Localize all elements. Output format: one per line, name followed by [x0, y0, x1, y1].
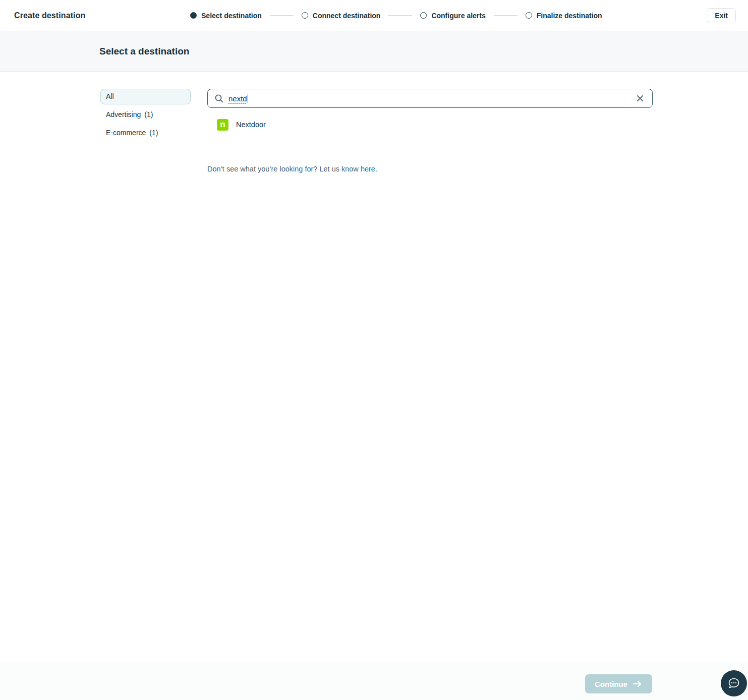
filter-label: All — [106, 92, 114, 101]
stepper: Select destination Connect destination C… — [190, 12, 602, 20]
step-indicator-active-icon — [190, 12, 197, 19]
step-select-destination: Select destination — [190, 12, 262, 20]
step-connector — [270, 15, 294, 16]
search-icon — [214, 94, 224, 103]
page-title: Create destination — [14, 11, 85, 20]
chat-widget-button[interactable] — [721, 670, 747, 696]
step-label: Finalize destination — [537, 12, 602, 20]
destination-name: Nextdoor — [236, 121, 266, 129]
missing-destination-text: Don’t see what you’re looking for? Let u… — [207, 165, 361, 173]
step-label: Configure alerts — [431, 12, 485, 20]
filter-item-ecommerce[interactable]: E-commerce (1) — [100, 125, 191, 141]
step-indicator-icon — [302, 12, 308, 19]
continue-label: Continue — [595, 680, 627, 688]
step-finalize-destination: Finalize destination — [526, 12, 602, 20]
subheader-title: Select a destination — [99, 46, 189, 57]
destination-results-panel: nextd n Nextdoor Don’t see what you’re l… — [207, 89, 653, 173]
step-connector — [494, 15, 517, 16]
filter-item-all[interactable]: All — [100, 89, 191, 104]
exit-button[interactable]: Exit — [707, 8, 736, 23]
step-label: Select destination — [201, 12, 262, 20]
wizard-footer: Continue — [0, 663, 748, 700]
step-connector — [388, 15, 412, 16]
arrow-right-icon — [632, 680, 643, 688]
main-content: All Advertising (1) E-commerce (1) nextd — [0, 72, 748, 173]
close-icon — [636, 94, 645, 103]
step-connect-destination: Connect destination — [302, 12, 381, 20]
step-indicator-icon — [420, 12, 427, 19]
text-caret — [248, 94, 249, 103]
search-input-value: nextd — [228, 94, 247, 103]
filter-count: (1) — [144, 110, 153, 120]
continue-button[interactable]: Continue — [585, 674, 652, 693]
nextdoor-icon: n — [217, 119, 228, 131]
clear-search-button[interactable] — [635, 93, 646, 104]
search-input[interactable]: nextd — [207, 89, 653, 108]
destination-option-nextdoor[interactable]: n Nextdoor — [207, 113, 653, 136]
filter-count: (1) — [149, 128, 158, 138]
category-filter-list: All Advertising (1) E-commerce (1) — [100, 89, 191, 173]
filter-label: E-commerce — [106, 128, 146, 138]
subheader: Select a destination — [0, 31, 748, 72]
wizard-header: Create destination Select destination Co… — [0, 0, 748, 31]
filter-item-advertising[interactable]: Advertising (1) — [100, 107, 191, 123]
step-indicator-icon — [526, 12, 532, 19]
let-us-know-link[interactable]: here. — [361, 165, 377, 173]
step-label: Connect destination — [313, 12, 381, 20]
chat-bubble-icon — [727, 676, 741, 690]
step-configure-alerts: Configure alerts — [420, 12, 485, 20]
filter-label: Advertising — [106, 110, 141, 120]
missing-destination-note: Don’t see what you’re looking for? Let u… — [207, 165, 653, 173]
